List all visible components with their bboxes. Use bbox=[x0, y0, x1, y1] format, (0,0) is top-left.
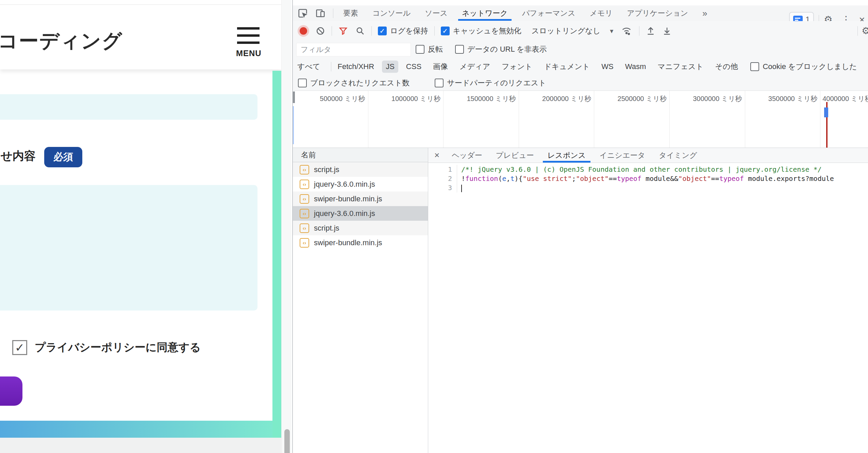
page-scrollbar-thumb[interactable] bbox=[284, 429, 290, 453]
timeline-cells: 500000 ミリ秒1000000 ミリ秒1500000 ミリ秒2000000 … bbox=[293, 91, 868, 148]
search-icon[interactable] bbox=[356, 27, 365, 35]
type-filter-フォント[interactable]: フォント bbox=[498, 60, 536, 73]
code-token: e bbox=[502, 174, 506, 183]
device-toolbar-icon[interactable] bbox=[315, 8, 326, 18]
page-scrollbar-track[interactable] bbox=[281, 0, 291, 453]
page-bottom-area bbox=[0, 438, 281, 453]
tabbar-icons bbox=[298, 8, 336, 18]
preserve-log-checkbox[interactable]: ✓ bbox=[378, 27, 387, 35]
third-party-checkbox[interactable] bbox=[435, 79, 444, 87]
code-token: t bbox=[511, 174, 515, 183]
invert-checkbox[interactable] bbox=[416, 45, 424, 54]
devtools-tab-コンソール[interactable]: コンソール bbox=[365, 6, 418, 21]
invert-label: 反転 bbox=[428, 44, 443, 54]
request-row-swiper-bundle.min.js[interactable]: ‹›swiper-bundle.min.js bbox=[293, 235, 428, 250]
js-file-icon: ‹› bbox=[300, 180, 309, 189]
devtools-tab-アプリケーション[interactable]: アプリケーション bbox=[620, 6, 695, 21]
js-file-icon: ‹› bbox=[300, 223, 309, 233]
request-name: swiper-bundle.min.js bbox=[314, 238, 382, 247]
response-code-viewer[interactable]: 1 /*! jQuery v3.6.0 | (c) OpenJS Foundat… bbox=[428, 163, 868, 192]
record-button[interactable] bbox=[300, 27, 307, 35]
code-token: module.exports?module bbox=[744, 174, 834, 183]
detail-tab-レスポンス[interactable]: レスポンス bbox=[541, 148, 593, 163]
request-row-script.js[interactable]: ‹›script.js bbox=[293, 221, 428, 235]
type-filter-Wasm[interactable]: Wasm bbox=[621, 61, 650, 73]
overview-early-requests-bar bbox=[293, 106, 294, 144]
type-filter-メディア[interactable]: メディア bbox=[456, 60, 494, 73]
type-filter-マニフェスト[interactable]: マニフェスト bbox=[654, 60, 707, 73]
hide-data-urls-checkbox[interactable] bbox=[455, 45, 464, 54]
request-row-script.js[interactable]: ‹›script.js bbox=[293, 162, 428, 177]
code-token: typeof bbox=[617, 174, 641, 183]
code-token: function bbox=[465, 174, 498, 183]
more-panels-button[interactable]: » bbox=[695, 6, 714, 21]
close-detail-icon[interactable]: × bbox=[428, 150, 445, 161]
throttling-dropdown-arrow-icon[interactable]: ▾ bbox=[610, 28, 613, 34]
privacy-checkbox[interactable]: ✓ bbox=[12, 340, 27, 355]
type-filter-JS[interactable]: JS bbox=[382, 61, 398, 73]
devtools-tab-ソース[interactable]: ソース bbox=[418, 6, 455, 21]
line-number: 1 bbox=[428, 165, 457, 174]
detail-tab-ヘッダー[interactable]: ヘッダー bbox=[445, 148, 489, 163]
code-token: ! bbox=[461, 174, 465, 183]
network-conditions-icon[interactable] bbox=[621, 26, 632, 36]
detail-tab-タイミング[interactable]: タイミング bbox=[652, 148, 704, 163]
type-filter-Fetch/XHR[interactable]: Fetch/XHR bbox=[334, 61, 378, 73]
footer-gradient-band bbox=[0, 421, 272, 438]
code-token: ){ bbox=[515, 174, 523, 183]
request-row-jquery-3.6.0.min.js[interactable]: ‹›jquery-3.6.0.min.js bbox=[293, 206, 428, 221]
type-filter-画像[interactable]: 画像 bbox=[429, 60, 452, 73]
code-token: == bbox=[609, 174, 617, 183]
import-har-icon[interactable] bbox=[646, 27, 655, 35]
line-number: 3 bbox=[428, 183, 457, 192]
hamburger-menu-button[interactable]: MENU bbox=[236, 27, 261, 58]
devtools-tabbar: 要素コンソールソースネットワークパフォーマンスメモリアプリケーション » 1 ⚙… bbox=[293, 5, 868, 22]
filter-input[interactable]: フィルタ bbox=[296, 43, 411, 56]
type-filter-WS[interactable]: WS bbox=[598, 61, 617, 73]
overview-drag-handle[interactable] bbox=[293, 91, 295, 103]
disable-cache-checkbox[interactable]: ✓ bbox=[441, 27, 450, 35]
devtools-tab-パフォーマンス[interactable]: パフォーマンス bbox=[515, 6, 583, 21]
network-overview-timeline[interactable]: 500000 ミリ秒1000000 ミリ秒1500000 ミリ秒2000000 … bbox=[293, 91, 868, 148]
js-file-icon: ‹› bbox=[300, 165, 309, 174]
request-row-jquery-3.6.0.min.js[interactable]: ‹›jquery-3.6.0.min.js bbox=[293, 177, 428, 191]
clear-network-log-icon[interactable] bbox=[316, 27, 325, 35]
blocked-requests-checkbox[interactable] bbox=[298, 79, 307, 87]
export-har-icon[interactable] bbox=[663, 27, 671, 35]
type-filter-その他[interactable]: その他 bbox=[711, 60, 741, 73]
devtools-tab-要素[interactable]: 要素 bbox=[336, 6, 365, 21]
detail-tab-プレビュー[interactable]: プレビュー bbox=[489, 148, 541, 163]
form-field-box[interactable] bbox=[0, 94, 257, 120]
hamburger-bar bbox=[237, 27, 260, 30]
request-row-swiper-bundle.min.js[interactable]: ‹›swiper-bundle.min.js bbox=[293, 191, 428, 206]
throttling-select[interactable]: スロットリングなし bbox=[532, 26, 601, 36]
code-token: ( bbox=[498, 174, 502, 183]
form-textarea-box[interactable] bbox=[0, 185, 257, 311]
type-filter-ドキュメント[interactable]: ドキュメント bbox=[540, 60, 594, 73]
filter-funnel-icon[interactable] bbox=[339, 27, 348, 35]
divider bbox=[333, 9, 333, 18]
devtools-tab-ネットワーク[interactable]: ネットワーク bbox=[455, 6, 515, 21]
detail-tab-イニシエータ[interactable]: イニシエータ bbox=[592, 148, 652, 163]
blocked-cookies-checkbox[interactable] bbox=[750, 62, 759, 71]
request-bar bbox=[824, 107, 828, 117]
type-filter-all[interactable]: すべて bbox=[294, 60, 324, 73]
request-rows: ‹›script.js‹›jquery-3.6.0.min.js‹›swiper… bbox=[293, 162, 428, 250]
name-column-header[interactable]: 名前 bbox=[293, 148, 428, 162]
screen: コーディング MENU せ内容 必須 ✓ プライバシーポリシーに同意する bbox=[0, 0, 868, 453]
network-settings-gear-icon[interactable]: ⚙ bbox=[862, 26, 868, 36]
code-tokens: !function(e,t){"use strict";"object"==ty… bbox=[457, 174, 834, 183]
privacy-label: プライバシーポリシーに同意する bbox=[35, 340, 201, 355]
inspect-element-icon[interactable] bbox=[298, 8, 308, 18]
divider bbox=[332, 26, 332, 36]
third-party-label: サードパーティのリクエスト bbox=[447, 78, 546, 88]
type-filter-CSS[interactable]: CSS bbox=[402, 61, 425, 73]
inquiry-content-label: せ内容 bbox=[1, 148, 36, 164]
detail-tabs: × ヘッダープレビューレスポンスイニシエータタイミング bbox=[428, 148, 868, 163]
devtools-tab-メモリ[interactable]: メモリ bbox=[583, 6, 620, 21]
network-filter-row: フィルタ 反転 データの URL を非表示 bbox=[293, 41, 868, 58]
code-cursor-line bbox=[457, 183, 462, 192]
devtools-panel: 要素コンソールソースネットワークパフォーマンスメモリアプリケーション » 1 ⚙… bbox=[292, 0, 868, 453]
page-title: コーディング bbox=[0, 28, 123, 54]
submit-button[interactable] bbox=[0, 376, 22, 406]
